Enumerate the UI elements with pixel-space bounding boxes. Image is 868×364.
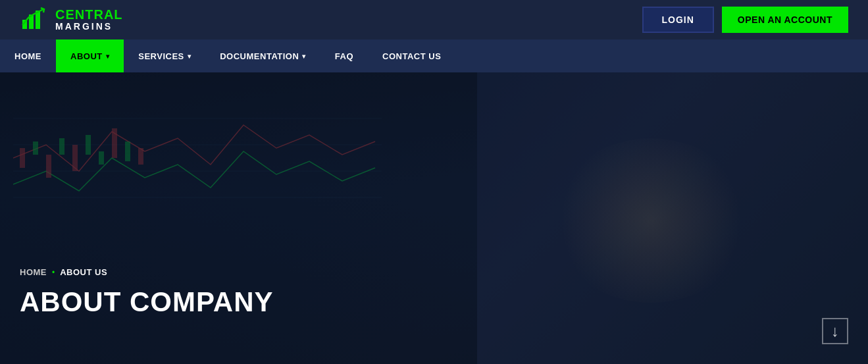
hero-section: HOME • ABOUT US ABOUT COMPANY ↓ bbox=[0, 72, 868, 364]
chart-svg bbox=[13, 92, 382, 237]
logo-text: CENTRAL MARGINS bbox=[55, 7, 123, 32]
open-account-button[interactable]: OPEN AN ACCOUNT bbox=[722, 7, 848, 33]
svg-rect-14 bbox=[99, 151, 104, 165]
svg-rect-10 bbox=[46, 155, 51, 178]
about-chevron-icon: ▾ bbox=[106, 53, 110, 60]
svg-rect-11 bbox=[59, 138, 64, 155]
hero-title: ABOUT COMPANY bbox=[20, 286, 274, 318]
logo-icon bbox=[20, 5, 49, 34]
hero-content: HOME • ABOUT US ABOUT COMPANY bbox=[20, 267, 274, 318]
scroll-down-button[interactable]: ↓ bbox=[822, 318, 848, 344]
nav-item-services[interactable]: SERVICES ▾ bbox=[124, 39, 205, 72]
nav-item-faq[interactable]: FAQ bbox=[320, 39, 368, 72]
nav-item-home[interactable]: HOME bbox=[0, 39, 56, 72]
login-button[interactable]: LOGIN bbox=[642, 7, 714, 33]
brand-bottom: MARGINS bbox=[55, 22, 123, 32]
svg-rect-16 bbox=[125, 142, 130, 161]
services-chevron-icon: ▾ bbox=[188, 53, 191, 60]
top-bar-actions: LOGIN OPEN AN ACCOUNT bbox=[642, 7, 848, 33]
nav-bar: HOME ABOUT ▾ SERVICES ▾ DOCUMENTATION ▾ … bbox=[0, 39, 868, 72]
scroll-down-icon: ↓ bbox=[831, 322, 839, 340]
nav-item-contact[interactable]: CONTACT US bbox=[368, 39, 455, 72]
svg-rect-12 bbox=[72, 145, 78, 171]
svg-rect-13 bbox=[86, 135, 91, 155]
logo[interactable]: CENTRAL MARGINS bbox=[20, 5, 123, 34]
breadcrumb-current: ABOUT US bbox=[60, 267, 107, 277]
documentation-chevron-icon: ▾ bbox=[302, 53, 306, 60]
breadcrumb-home[interactable]: HOME bbox=[20, 267, 47, 277]
top-bar: CENTRAL MARGINS LOGIN OPEN AN ACCOUNT bbox=[0, 0, 868, 39]
brand-top: CENTRAL bbox=[55, 7, 123, 22]
breadcrumb: HOME • ABOUT US bbox=[20, 267, 274, 277]
breadcrumb-separator: • bbox=[52, 268, 55, 277]
svg-rect-17 bbox=[138, 148, 143, 165]
svg-rect-8 bbox=[20, 148, 25, 168]
nav-item-documentation[interactable]: DOCUMENTATION ▾ bbox=[205, 39, 320, 72]
svg-rect-9 bbox=[33, 142, 38, 155]
svg-rect-15 bbox=[112, 128, 117, 158]
nav-item-about[interactable]: ABOUT ▾ bbox=[56, 39, 124, 72]
person-decoration bbox=[552, 138, 750, 303]
